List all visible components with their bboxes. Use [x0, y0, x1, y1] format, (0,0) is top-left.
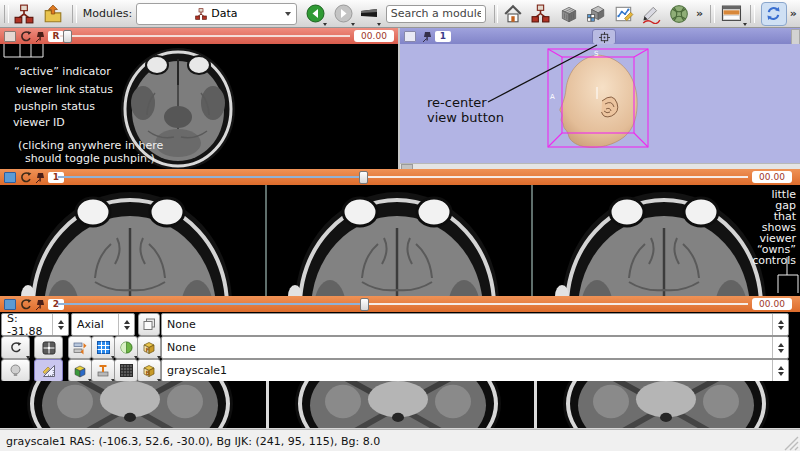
recenter-view-button[interactable]: [592, 29, 616, 45]
toolbar-overflow-chevron-2[interactable]: »: [790, 7, 797, 20]
module-selector[interactable]: Data: [136, 3, 297, 25]
volumes-module-button[interactable]: [558, 2, 580, 25]
slice-visibility-button[interactable]: [68, 336, 92, 359]
extensions-button[interactable]: [668, 2, 690, 25]
editor-module-button[interactable]: [613, 2, 635, 25]
module-selected-label: Data: [211, 7, 237, 20]
module-data-icon: [195, 8, 207, 20]
slider-handle[interactable]: [63, 30, 72, 43]
viewer-red-bar[interactable]: R 00.00: [0, 28, 398, 44]
annotation-recenter: re-center view button: [427, 95, 504, 125]
module-search-input[interactable]: [386, 5, 486, 23]
viewer-id-badge[interactable]: 1: [435, 31, 451, 42]
orientation-selector[interactable]: Axial: [71, 313, 135, 336]
background-cube-icon: B: [142, 364, 156, 378]
color-legend-button[interactable]: [68, 359, 92, 382]
labelmap-opacity-button[interactable]: [91, 336, 115, 359]
active-indicator[interactable]: [4, 31, 16, 42]
svg-text:B: B: [145, 369, 150, 376]
pushpin-icon[interactable]: [34, 171, 46, 184]
module-forward-button[interactable]: [332, 2, 354, 25]
toolbar-handle[interactable]: [750, 5, 755, 23]
background-selector[interactable]: grayscale1: [161, 359, 789, 382]
history-menu-arrow[interactable]: [377, 23, 381, 26]
pushpin-icon[interactable]: [421, 30, 433, 43]
mrml-scene-button[interactable]: [13, 2, 35, 25]
active-indicator[interactable]: [404, 31, 416, 42]
brain-slice-image: [25, 381, 235, 428]
transform-slice-button[interactable]: [91, 359, 115, 382]
combo-arrows[interactable]: [772, 360, 788, 381]
viewer-link-icon[interactable]: [19, 298, 32, 311]
toolbar-handle[interactable]: [710, 5, 715, 23]
slice-slider[interactable]: [58, 176, 361, 178]
foreground-layer-button[interactable]: F: [137, 336, 161, 359]
pushpin-icon[interactable]: [34, 298, 46, 311]
toolbar-handle[interactable]: [72, 5, 77, 23]
viewer-compare2-bar[interactable]: 2 00.00: [0, 296, 800, 312]
layout-selector-button[interactable]: [719, 2, 746, 25]
viewer-link-icon[interactable]: [19, 171, 32, 184]
modules-label: Modules:: [83, 7, 132, 20]
status-message: grayscale1 RAS: (-106.3, 52.6, -30.0), B…: [6, 435, 380, 448]
slice-slider-rest[interactable]: [369, 303, 748, 305]
slider-handle[interactable]: [360, 298, 369, 311]
ruler-button[interactable]: [34, 359, 63, 382]
combo-arrows[interactable]: [118, 314, 134, 335]
home-icon: [503, 4, 523, 24]
home-module-button[interactable]: [502, 2, 524, 25]
slider-handle[interactable]: [359, 171, 368, 184]
add-data-button[interactable]: [42, 2, 64, 25]
combo-arrows[interactable]: [772, 337, 788, 358]
slice-slider[interactable]: [60, 35, 350, 37]
pushpin-icon[interactable]: [34, 30, 46, 43]
sync-views-button[interactable]: [761, 2, 787, 26]
lightbox-button[interactable]: [1, 359, 30, 382]
brain-slice-image: [282, 186, 512, 296]
back-menu-arrow[interactable]: [323, 23, 327, 26]
slice-slider[interactable]: [58, 303, 362, 305]
link-views-button[interactable]: [1, 336, 30, 359]
copy-layers-button[interactable]: [138, 313, 160, 336]
background-layer-button[interactable]: B: [137, 359, 161, 382]
pane-separator: [265, 185, 267, 296]
resize-grip[interactable]: [782, 434, 799, 451]
viewer-3d-panel[interactable]: S A re-center view button: [400, 44, 800, 163]
viewer-red-panel[interactable]: “active” indicator viewer link status pu…: [0, 44, 398, 169]
foreground-selector[interactable]: None: [161, 336, 789, 359]
toolbar-handle[interactable]: [494, 5, 499, 23]
layout-icon: [721, 5, 743, 22]
labelmap-selector[interactable]: None: [161, 313, 789, 336]
viewer-link-icon[interactable]: [19, 30, 32, 43]
scrollbar-corner[interactable]: [791, 29, 800, 45]
compare2-panel[interactable]: [0, 381, 800, 428]
module-history-button[interactable]: [358, 2, 380, 25]
compare1-panel[interactable]: little gap that shows viewer “owns” cont…: [0, 185, 800, 296]
active-indicator[interactable]: [4, 172, 16, 183]
slice-offset-value[interactable]: 00.00: [354, 30, 394, 42]
slice-offset-value[interactable]: 00.00: [752, 171, 792, 183]
lightbox-grid-button[interactable]: [114, 359, 138, 382]
labelmap-grid-icon: [97, 341, 110, 354]
viewer-compare1-bar[interactable]: 1 00.00: [0, 169, 800, 185]
axis-label-superior: S: [594, 50, 599, 58]
slice-offset-spinbox[interactable]: S: -31.88: [1, 313, 69, 336]
slice-in-3d-button[interactable]: [114, 336, 138, 359]
toolbar-overflow-chevron[interactable]: »: [696, 7, 703, 20]
spinbox-arrows[interactable]: [52, 314, 68, 335]
module-back-button[interactable]: [305, 2, 327, 25]
forward-menu-arrow[interactable]: [351, 23, 355, 26]
layout-menu-arrow[interactable]: [743, 23, 747, 26]
viewer-3d-bar[interactable]: 1: [400, 28, 800, 44]
slice-slider-rest[interactable]: [368, 176, 748, 178]
dark-grid-icon: [120, 364, 133, 377]
volume-rendering-module-button[interactable]: [585, 2, 607, 25]
crosshair-button[interactable]: [34, 336, 63, 359]
toolbar-handle[interactable]: [4, 5, 9, 23]
combo-arrows[interactable]: [772, 314, 788, 335]
mrml-scene-icon: [14, 4, 34, 24]
slice-offset-value[interactable]: 00.00: [752, 298, 792, 310]
markups-module-button[interactable]: [641, 2, 663, 25]
data-module-button[interactable]: [530, 2, 552, 25]
active-indicator[interactable]: [4, 299, 16, 310]
